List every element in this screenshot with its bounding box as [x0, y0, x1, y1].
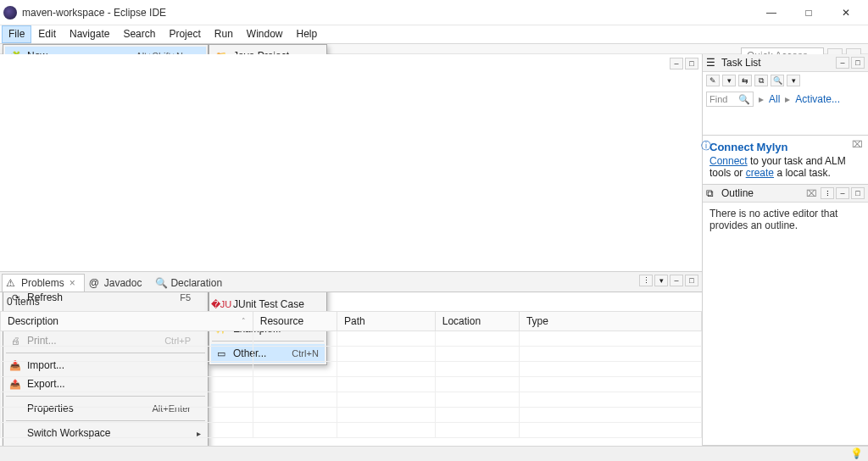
- menu-project[interactable]: Project: [162, 25, 207, 43]
- file-menu-new[interactable]: 🧩 New Alt+Shift+N ▸: [5, 47, 206, 54]
- menu-help[interactable]: Help: [290, 25, 325, 43]
- menu-search[interactable]: Search: [116, 25, 162, 43]
- menu-bar: File Edit Navigate Search Project Run Wi…: [0, 25, 868, 44]
- quick-access-area: Quick Access: [741, 47, 861, 54]
- menu-navigate[interactable]: Navigate: [63, 25, 116, 43]
- window-minimize-button[interactable]: —: [753, 0, 790, 25]
- menu-window[interactable]: Window: [240, 25, 290, 43]
- title-bar: maven-workspace - Eclipse IDE — □ ✕: [0, 0, 868, 25]
- menu-file[interactable]: File: [2, 25, 31, 43]
- new-submenu-popup: 📁Java Project 📁Project... 📦Package ◉Clas…: [209, 44, 327, 54]
- perspective-button-1[interactable]: [827, 48, 843, 54]
- file-menu-popup: 🧩 New Alt+Shift+N ▸ Open File... 📂 Open …: [3, 44, 209, 54]
- eclipse-app-icon: [3, 6, 17, 19]
- menu-run[interactable]: Run: [208, 25, 240, 43]
- window-maximize-button[interactable]: □: [790, 0, 827, 25]
- window-close-button[interactable]: ✕: [827, 0, 865, 25]
- new-java-project[interactable]: 📁Java Project: [211, 47, 325, 54]
- menu-edit[interactable]: Edit: [31, 25, 63, 43]
- perspective-button-java[interactable]: [846, 48, 861, 54]
- quick-access-field[interactable]: Quick Access: [741, 47, 824, 54]
- window-title: maven-workspace - Eclipse IDE: [22, 7, 166, 19]
